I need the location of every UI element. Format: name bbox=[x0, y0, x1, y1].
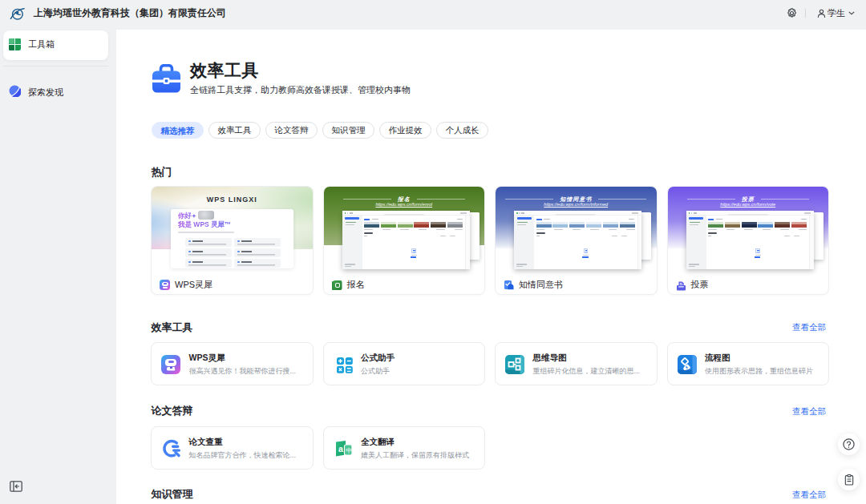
svg-text:中: 中 bbox=[346, 447, 352, 454]
svg-text:a: a bbox=[338, 444, 343, 454]
